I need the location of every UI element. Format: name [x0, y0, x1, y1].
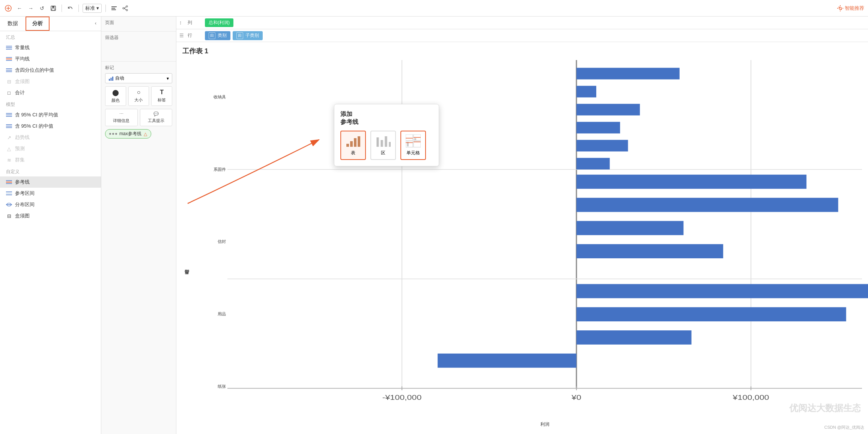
sidebar-model-section: 模型 含 95% CI 的平均值 含 95% CI 的中值 ↗ 趋势线 △ 预测 [0, 98, 101, 166]
bar-fasteners [576, 86, 596, 98]
svg-point-11 [123, 8, 124, 9]
sidebar-item-boxplot1: ⊟ 盒须图 [0, 76, 101, 87]
sidebar-item-median-quartile[interactable]: 含四分位点的中值 [0, 65, 101, 76]
svg-line-17 [841, 9, 842, 10]
ref-line-warning-icon: △ [144, 131, 147, 137]
chart-labels: 办公用品 收纳具 系固件 信封 用品 纸张 装订机 技术 [182, 60, 227, 420]
reload-icon[interactable]: ↺ [38, 4, 47, 13]
svg-rect-73 [406, 134, 413, 140]
col-pill-sum-profit[interactable]: 总和(利润) [205, 18, 233, 27]
ref-popup-title: 添加参考线 [340, 110, 433, 126]
forward-icon[interactable]: → [26, 4, 35, 13]
svg-rect-70 [386, 136, 386, 147]
filters-label: 筛选器 [105, 35, 172, 41]
mark-tooltip-btn[interactable]: 💬 工具提示 [140, 109, 173, 126]
ref-option-zone[interactable]: 区 [370, 131, 396, 160]
x-axis-label: 利润 [227, 421, 862, 428]
average-line-icon [6, 56, 12, 62]
sidebar-item-boxplot2[interactable]: ⊟ 盒须图 [0, 210, 101, 222]
ref-option-table[interactable]: 表 [340, 131, 366, 160]
tab-analysis[interactable]: 分析 [26, 17, 50, 31]
tab-collapse-icon[interactable]: ‹ [90, 17, 101, 31]
back-icon[interactable]: ← [15, 4, 24, 13]
save-icon[interactable] [49, 4, 58, 13]
ref-band-icon [6, 190, 12, 196]
mark-label-btn[interactable]: T 标签 [151, 86, 172, 106]
undo-icon[interactable] [66, 4, 75, 13]
sidebar-item-avg-ci[interactable]: 含 95% CI 的平均值 [0, 109, 101, 121]
sidebar-item-ref-line[interactable]: 参考线 [0, 176, 101, 188]
svg-rect-6 [111, 6, 117, 7]
separator3 [105, 5, 106, 12]
model-title: 模型 [0, 98, 101, 109]
subcat-binders: 装订机 [192, 422, 227, 434]
svg-text:¥0: ¥0 [571, 393, 581, 401]
svg-text:¥100,000: ¥100,000 [733, 393, 769, 401]
constant-line-icon [6, 45, 12, 51]
ref-options: 表 区 [340, 131, 433, 160]
sidebar-item-average-line[interactable]: 平均线 [0, 53, 101, 65]
standard-dropdown[interactable]: 标准 ▾ [83, 4, 102, 13]
svg-rect-8 [111, 9, 116, 10]
mark-size-btn[interactable]: ○ 大小 [128, 86, 149, 106]
marks-label: 标记 [105, 65, 172, 71]
svg-line-16 [839, 7, 839, 8]
dropdown-arrow-icon: ▾ [96, 5, 99, 11]
format-icon[interactable] [110, 4, 119, 13]
marks-type-dropdown[interactable]: 自动 ▾ [105, 73, 172, 83]
svg-line-12 [124, 7, 126, 8]
svg-rect-7 [111, 8, 115, 9]
row-shelf: ☰ 行 田 类别 田 子类别 [176, 29, 868, 42]
svg-rect-71 [389, 142, 391, 147]
svg-rect-40 [6, 193, 12, 194]
bar-chairs [576, 307, 846, 321]
center-panel: 页面 筛选器 标记 自动 ▾ ⬤ 颜色 ○ 大小 [101, 17, 176, 434]
row-shelf-icon: ☰ [179, 33, 185, 38]
subcat-supplies: 用品 [192, 278, 227, 350]
ref-popup: 添加参考线 表 [334, 104, 439, 166]
worksheet: 工作表 1 办公用品 收纳具 系固件 信封 用品 纸张 [176, 42, 868, 434]
bar-envelopes [576, 104, 640, 116]
filters-section: 筛选器 [101, 32, 176, 62]
subcat-envelopes: 信封 [192, 205, 227, 278]
row-pill-category[interactable]: 田 类别 [205, 31, 230, 40]
marks-grid2: ⋯ 详细信息 💬 工具提示 [105, 109, 172, 126]
row-shelf-label: 行 [188, 32, 203, 39]
bar-bookcases [576, 284, 868, 298]
sidebar-item-constant-line[interactable]: 常量线 [0, 42, 101, 53]
tab-data[interactable]: 数据 [0, 17, 26, 31]
sidebar-item-median-ci[interactable]: 含 95% CI 的中值 [0, 121, 101, 132]
tab-header: 数据 分析 ‹ [0, 17, 101, 31]
summary-title: 汇总 [0, 31, 101, 42]
smart-recommend-button[interactable]: 智能推荐 [837, 5, 864, 12]
sidebar-item-trend: ↗ 趋势线 [0, 132, 101, 143]
share-icon[interactable] [121, 4, 130, 13]
bar-paper [576, 140, 628, 152]
col-shelf-icon: ⫶ [179, 20, 185, 26]
sidebar-item-total[interactable]: □ 合计 [0, 87, 101, 98]
svg-text:-¥100,000: -¥100,000 [382, 393, 422, 401]
svg-rect-75 [406, 141, 413, 147]
cluster-icon: ≋ [6, 157, 12, 163]
bar-copier [576, 198, 838, 212]
ref-option-cell[interactable]: 单元格 [400, 131, 426, 160]
worksheet-title: 工作表 1 [182, 47, 862, 56]
row-pill-subcategory[interactable]: 田 子类别 [233, 31, 263, 40]
main-layout: 数据 分析 ‹ 汇总 常量线 平均线 含 [0, 17, 868, 434]
svg-point-10 [126, 9, 128, 11]
svg-rect-61 [346, 144, 349, 147]
svg-rect-62 [350, 141, 353, 147]
sidebar-item-forecast: △ 预测 [0, 143, 101, 154]
mark-detail-btn[interactable]: ⋯ 详细信息 [105, 109, 138, 126]
pages-label: 页面 [105, 20, 172, 26]
avg-ci-icon [6, 112, 12, 118]
home-icon[interactable] [4, 4, 13, 13]
mark-color-btn[interactable]: ⬤ 颜色 [105, 86, 126, 106]
sidebar-item-dist-band[interactable]: 分布区间 [0, 199, 101, 210]
sidebar-custom-section: 自定义 参考线 参考区间 分布区间 ⊟ 盒须图 [0, 166, 101, 222]
col-shelf-label: 列 [188, 20, 203, 26]
svg-chart-container: -¥100,000 ¥0 ¥100,000 利润 [227, 60, 862, 420]
sidebar-item-ref-band[interactable]: 参考区间 [0, 188, 101, 199]
bar-accessories [576, 221, 683, 235]
ref-line-pill[interactable]: max参考线 △ [105, 129, 151, 139]
